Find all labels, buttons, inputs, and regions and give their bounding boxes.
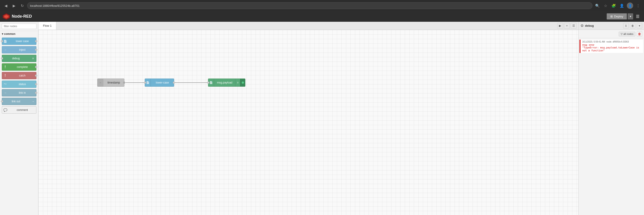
canvas[interactable]: → timestamp 📄 lower-case bbox=[38, 30, 578, 215]
address-bar[interactable]: localhost:1880/#flow/8125524b.a8701 bbox=[27, 2, 592, 9]
debug-panel-header: ⚙ debug ℹ 🗑 ▾ bbox=[579, 22, 644, 30]
deploy-icon: ⊞ bbox=[610, 15, 613, 18]
browser-chrome: ◀ ▶ ↻ localhost:1880/#flow/8125524b.a870… bbox=[0, 0, 644, 11]
link-in-icon: → bbox=[2, 89, 8, 96]
extensions-button[interactable]: 🧩 bbox=[610, 3, 617, 9]
complete-label: complete bbox=[8, 65, 36, 69]
debug-chevron-button[interactable]: ▾ bbox=[637, 23, 642, 29]
debug-msg-timestamp: 3/11/2020, 5:59:41 AM bbox=[582, 41, 605, 43]
node-port-right-complete bbox=[35, 66, 37, 68]
sidebar-section-header-common[interactable]: ▾ common bbox=[0, 31, 38, 37]
sidebar-item-lower-case[interactable]: 📄 lower case bbox=[2, 38, 36, 45]
link-out-label: link out bbox=[2, 100, 30, 103]
sidebar-item-comment[interactable]: 💬 comment bbox=[2, 106, 36, 114]
debug-panel: ⚙ debug ℹ 🗑 ▾ ▽ all nodes 🗑 3/11/2020, 5… bbox=[578, 22, 644, 215]
debug-msg-meta-0: 3/11/2020, 5:59:41 AM node: df9950c4.030… bbox=[582, 41, 641, 43]
status-icon: 〜 bbox=[2, 81, 8, 88]
catch-label: catch bbox=[8, 74, 36, 77]
lower-case-canvas-icon: 📄 bbox=[146, 81, 150, 84]
profile-button[interactable]: 👤 bbox=[619, 3, 625, 9]
deploy-dropdown-button[interactable]: ▾ bbox=[628, 13, 633, 20]
debug-canvas-icon: 📄 bbox=[210, 81, 213, 84]
flow-tab-label: Flow 1 bbox=[43, 24, 52, 27]
canvas-lower-case-label: lower-case bbox=[151, 81, 174, 84]
node-port-right-status bbox=[35, 83, 37, 85]
sidebar-item-debug[interactable]: debug ≡ bbox=[2, 55, 36, 62]
back-button[interactable]: ◀ bbox=[3, 3, 9, 9]
node-port-right-link-in bbox=[35, 92, 37, 94]
timestamp-arrow-icon: → bbox=[99, 81, 102, 84]
topbar: Node-RED ⊞ Deploy ▾ ☰ bbox=[0, 11, 644, 22]
debug-messages: 3/11/2020, 5:59:41 AM node: df9950c4.030… bbox=[579, 38, 644, 215]
run-flow-button[interactable]: ▶ bbox=[557, 23, 563, 29]
section-collapse-icon: ▾ bbox=[2, 32, 3, 36]
node-port-right-catch bbox=[35, 74, 37, 77]
deploy-area: ⊞ Deploy ▾ ☰ bbox=[607, 13, 641, 20]
link-in-label: link in bbox=[8, 91, 36, 94]
canvas-debug-label: msg.payload bbox=[214, 81, 235, 84]
logo: Node-RED bbox=[3, 13, 32, 20]
node-port-right-inject bbox=[35, 49, 37, 51]
deploy-label: Deploy bbox=[614, 15, 623, 18]
sidebar-item-link-out[interactable]: link out → bbox=[2, 98, 36, 105]
inject-icon: → bbox=[2, 46, 8, 53]
flow-tab-actions: ▶ + ☰ bbox=[557, 23, 578, 29]
deploy-button[interactable]: ⊞ Deploy bbox=[607, 13, 627, 20]
canvas-area: Flow 1 ▶ + ☰ bbox=[38, 22, 578, 215]
canvas-node-timestamp[interactable]: → timestamp bbox=[97, 79, 124, 87]
debug-message-0: 3/11/2020, 5:59:41 AM node: df9950c4.030… bbox=[580, 40, 643, 53]
main-content: ▾ common 📄 lower case → inject debug ≡ bbox=[0, 22, 644, 215]
canvas-connections bbox=[38, 30, 578, 215]
status-label: status bbox=[8, 83, 36, 86]
debug-info-button[interactable]: ℹ bbox=[623, 23, 628, 29]
flow-list-button[interactable]: ☰ bbox=[571, 23, 576, 29]
filter-icon: ▽ bbox=[621, 33, 622, 36]
debug-icon: ≡ bbox=[30, 55, 36, 62]
debug-filter-bar: ▽ all nodes 🗑 bbox=[579, 30, 644, 38]
forward-button[interactable]: ▶ bbox=[11, 3, 17, 9]
node-port-left-lower-case bbox=[1, 40, 3, 42]
sidebar: ▾ common 📄 lower case → inject debug ≡ bbox=[0, 22, 38, 215]
link-out-icon: → bbox=[30, 98, 36, 105]
debug-msg-value-0: "TypeError: msg.payload.toLowerCase is n… bbox=[582, 46, 641, 52]
canvas-node-debug[interactable]: 📄 msg.payload ≡ bbox=[208, 79, 245, 87]
inject-label: inject bbox=[8, 48, 36, 51]
filter-nodes-input[interactable] bbox=[2, 24, 36, 29]
flow-tab-1[interactable]: Flow 1 bbox=[38, 22, 56, 30]
menu-browser-button[interactable]: ⋮ bbox=[635, 3, 641, 9]
catch-icon: ! bbox=[2, 72, 8, 79]
filter-all-nodes-button[interactable]: ▽ all nodes bbox=[619, 32, 636, 37]
node-port-left-link-out bbox=[1, 100, 3, 103]
node-port-left-debug bbox=[1, 57, 3, 60]
avatar: 👤 bbox=[627, 3, 633, 9]
browser-actions: 🔍 ☆ 🧩 👤 👤 ⋮ bbox=[594, 3, 641, 9]
debug-settings-icon: ⚙ bbox=[580, 24, 584, 28]
debug-clear-button[interactable]: 🗑 bbox=[630, 23, 636, 29]
app: Node-RED ⊞ Deploy ▾ ☰ ▾ common 📄 bbox=[0, 11, 644, 215]
comment-icon: 💬 bbox=[2, 107, 8, 113]
node-port-right-lower-case bbox=[35, 40, 37, 42]
debug-msg-key-0: msg : error bbox=[582, 44, 641, 46]
sidebar-item-link-in[interactable]: → link in bbox=[2, 89, 36, 96]
filter-label: all nodes bbox=[624, 33, 633, 35]
debug-msg-node: node: df9950c4.03063 bbox=[606, 41, 629, 43]
url-text: localhost:1880/#flow/8125524b.a8701 bbox=[30, 4, 80, 8]
add-flow-button[interactable]: + bbox=[564, 23, 570, 29]
sidebar-item-status[interactable]: 〜 status bbox=[2, 81, 36, 88]
sidebar-filter bbox=[0, 22, 38, 31]
canvas-debug-port-left bbox=[207, 82, 210, 84]
flow-tabs: Flow 1 ▶ + ☰ bbox=[38, 22, 578, 30]
canvas-node-lower-case[interactable]: 📄 lower-case bbox=[145, 79, 174, 87]
search-browser-button[interactable]: 🔍 bbox=[594, 3, 600, 9]
bookmark-button[interactable]: ☆ bbox=[602, 3, 609, 9]
reload-button[interactable]: ↻ bbox=[19, 3, 25, 9]
lower-case-label: lower case bbox=[8, 40, 36, 43]
sidebar-item-complete[interactable]: ! complete bbox=[2, 63, 36, 71]
section-label: common bbox=[4, 32, 16, 36]
sidebar-item-inject[interactable]: → inject bbox=[2, 46, 36, 53]
delete-all-messages-button[interactable]: 🗑 bbox=[637, 31, 642, 37]
main-menu-button[interactable]: ☰ bbox=[634, 13, 641, 20]
canvas-timestamp-label: timestamp bbox=[103, 81, 124, 84]
debug-green-dot bbox=[242, 82, 244, 84]
sidebar-item-catch[interactable]: ! catch bbox=[2, 72, 36, 79]
